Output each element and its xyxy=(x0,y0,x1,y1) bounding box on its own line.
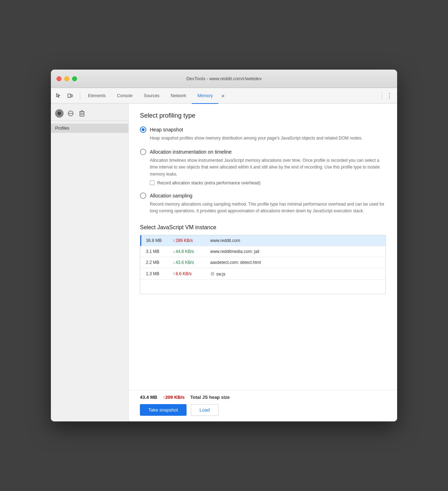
tab-console[interactable]: Console xyxy=(111,88,138,104)
vm-row-1-rate: 289 KB/s xyxy=(173,238,205,243)
tabs: Elements Console Sources Network Memory … xyxy=(82,88,380,103)
footer: 43.4 MB ↑209 KB/s Total JS heap size Tak… xyxy=(129,390,397,421)
allocation-timeline-title: Allocation instrumentation on timeline xyxy=(150,149,232,155)
vm-row-3-name: aaxdetect.com: detect.html xyxy=(210,260,380,265)
vm-row-4-rate: 8.6 KB/s xyxy=(173,271,205,276)
tab-elements[interactable]: Elements xyxy=(82,88,111,104)
tab-more-button[interactable]: » xyxy=(218,88,227,103)
more-options-button[interactable]: ⋮ xyxy=(384,91,394,101)
section-title: Select profiling type xyxy=(140,112,386,119)
allocation-sampling-header: Allocation sampling xyxy=(140,193,386,199)
footer-total-label: Total JS heap size xyxy=(190,395,230,400)
vm-row-1-name: www.reddit.com xyxy=(210,238,380,243)
vm-row-1-size: 36.8 MB xyxy=(146,238,167,243)
vm-table: 36.8 MB 289 KB/s www.reddit.com 3.1 MB 4… xyxy=(140,235,386,294)
allocation-stacks-row: Record allocation stacks (extra performa… xyxy=(140,181,386,185)
allocation-stacks-checkbox[interactable] xyxy=(150,181,154,185)
vm-row-3[interactable]: 2.2 MB 43.6 KB/s aaxdetect.com: detect.h… xyxy=(140,257,385,268)
sidebar: Profiles xyxy=(51,103,129,421)
allocation-timeline-desc: Allocation timelines show instrumented J… xyxy=(140,157,386,178)
minimize-button[interactable] xyxy=(64,76,69,81)
sidebar-toolbar xyxy=(51,106,128,121)
record-dot-icon xyxy=(58,112,61,115)
content: Select profiling type Heap snapshot Heap… xyxy=(129,103,397,390)
cursor-icon xyxy=(56,93,61,99)
toolbar-end-divider xyxy=(382,91,382,100)
toolbar-end: ⋮ xyxy=(380,91,394,101)
traffic-lights xyxy=(57,76,77,81)
allocation-timeline-header: Allocation instrumentation on timeline xyxy=(140,149,386,155)
vm-row-3-size: 2.2 MB xyxy=(146,260,167,265)
vm-section: Select JavaScript VM instance 36.8 MB 28… xyxy=(140,224,386,294)
vm-title: Select JavaScript VM instance xyxy=(140,224,386,231)
vm-row-empty xyxy=(140,280,385,294)
toolbar: Elements Console Sources Network Memory … xyxy=(51,88,397,103)
device-toggle-button[interactable] xyxy=(65,91,75,101)
svg-rect-1 xyxy=(71,95,72,97)
footer-total-rate: ↑209 KB/s xyxy=(163,395,184,400)
vm-row-2[interactable]: 3.1 MB 44.8 KB/s www.redditmedia.com: ja… xyxy=(140,246,385,257)
heap-snapshot-option: Heap snapshot Heap snapshot profiles sho… xyxy=(140,126,386,142)
clear-button[interactable] xyxy=(66,109,75,118)
vm-row-4-name: ⚙sw.js xyxy=(210,271,380,277)
load-button[interactable]: Load xyxy=(191,404,219,416)
record-button[interactable] xyxy=(55,109,64,118)
vm-row-3-rate: 43.6 KB/s xyxy=(173,260,205,265)
footer-total-size: 43.4 MB xyxy=(140,395,157,400)
allocation-sampling-title: Allocation sampling xyxy=(150,193,193,199)
radio-selected-indicator xyxy=(142,128,145,131)
allocation-timeline-option: Allocation instrumentation on timeline A… xyxy=(140,149,386,185)
no-entry-icon xyxy=(67,110,74,117)
delete-button[interactable] xyxy=(78,109,86,118)
gear-icon: ⚙ xyxy=(210,271,215,277)
footer-stats: 43.4 MB ↑209 KB/s Total JS heap size xyxy=(140,395,386,400)
allocation-sampling-option: Allocation sampling Record memory alloca… xyxy=(140,193,386,214)
heap-snapshot-desc: Heap snapshot profiles show memory distr… xyxy=(140,135,386,142)
main-layout: Profiles Select profiling type Heap snap… xyxy=(51,103,397,421)
profiles-label: Profiles xyxy=(51,124,128,133)
toolbar-divider xyxy=(80,91,80,100)
tab-sources[interactable]: Sources xyxy=(138,88,165,104)
titlebar: DevTools - www.reddit.com/r/webdev xyxy=(51,70,397,88)
tab-memory[interactable]: Memory xyxy=(192,88,218,104)
vm-row-2-name: www.redditmedia.com: jail xyxy=(210,249,380,254)
devtools-window: DevTools - www.reddit.com/r/webdev Eleme… xyxy=(51,70,397,421)
heap-snapshot-radio[interactable] xyxy=(140,126,146,133)
heap-snapshot-title: Heap snapshot xyxy=(150,127,183,132)
vm-row-2-size: 3.1 MB xyxy=(146,249,167,254)
close-button[interactable] xyxy=(57,76,61,81)
vm-row-4-size: 1.3 MB xyxy=(146,271,167,276)
content-area: Select profiling type Heap snapshot Heap… xyxy=(129,103,397,421)
device-icon xyxy=(67,93,73,99)
window-title: DevTools - www.reddit.com/r/webdev xyxy=(186,76,261,81)
toolbar-icons xyxy=(54,91,75,101)
allocation-stacks-label: Record allocation stacks (extra performa… xyxy=(157,181,260,185)
footer-actions: Take snapshot Load xyxy=(140,404,386,416)
allocation-timeline-radio[interactable] xyxy=(140,149,146,155)
take-snapshot-button[interactable]: Take snapshot xyxy=(140,404,187,416)
trash-icon xyxy=(79,110,84,117)
allocation-sampling-radio[interactable] xyxy=(140,193,146,199)
tab-network[interactable]: Network xyxy=(165,88,192,104)
heap-snapshot-header: Heap snapshot xyxy=(140,126,386,133)
maximize-button[interactable] xyxy=(72,76,77,81)
vm-row-4[interactable]: 1.3 MB 8.6 KB/s ⚙sw.js xyxy=(140,268,385,280)
inspect-element-button[interactable] xyxy=(54,91,64,101)
vm-row-1[interactable]: 36.8 MB 289 KB/s www.reddit.com xyxy=(140,235,385,246)
vm-row-2-rate: 44.8 KB/s xyxy=(173,249,205,254)
allocation-sampling-desc: Record memory allocations using sampling… xyxy=(140,201,386,214)
